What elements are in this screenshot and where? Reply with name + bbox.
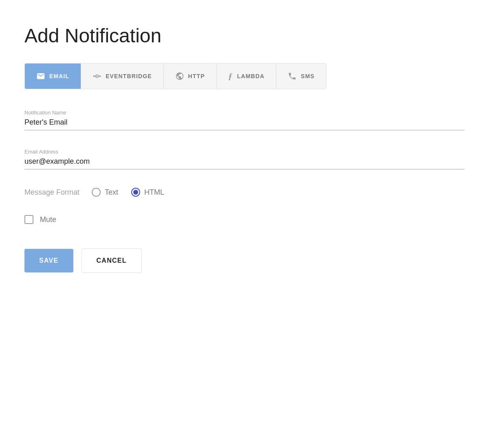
mute-row: Mute: [24, 215, 465, 224]
radio-html-circle: [131, 188, 140, 197]
notification-name-value[interactable]: Peter's Email: [24, 118, 465, 130]
tab-lambda-label: LAMBDA: [237, 73, 264, 79]
notification-name-label: Notification Name: [24, 110, 465, 116]
page-container: Add Notification EMAIL: [0, 0, 489, 448]
sms-icon: [288, 72, 297, 81]
message-format-row: Message Format Text HTML: [24, 188, 465, 197]
email-address-value[interactable]: user@example.com: [24, 157, 465, 169]
lambda-icon: ƒ: [228, 71, 233, 81]
radio-html-label: HTML: [144, 188, 164, 197]
radio-text-circle: [92, 188, 101, 197]
tab-lambda[interactable]: ƒ LAMBDA: [217, 64, 277, 89]
http-icon: [175, 72, 184, 81]
email-address-label: Email Address: [24, 149, 465, 155]
page-title: Add Notification: [24, 24, 465, 47]
notification-name-section: Notification Name Peter's Email: [24, 110, 465, 130]
buttons-row: SAVE CANCEL: [24, 248, 465, 273]
eventbridge-icon: [93, 72, 101, 81]
svg-rect-4: [96, 75, 98, 77]
radio-text-label: Text: [105, 188, 118, 197]
message-format-label: Message Format: [24, 188, 79, 197]
tab-http[interactable]: HTTP: [164, 64, 217, 89]
tab-http-label: HTTP: [188, 73, 205, 79]
svg-rect-1: [99, 75, 101, 77]
radio-group: Text HTML: [92, 188, 164, 197]
tab-eventbridge-label: EVENTBRIDGE: [106, 73, 152, 79]
email-icon: [36, 72, 45, 81]
cancel-button[interactable]: CANCEL: [82, 248, 142, 273]
svg-rect-0: [93, 75, 95, 77]
radio-text-option[interactable]: Text: [92, 188, 118, 197]
tab-eventbridge[interactable]: EVENTBRIDGE: [81, 64, 163, 89]
email-address-section: Email Address user@example.com: [24, 149, 465, 169]
radio-html-option[interactable]: HTML: [131, 188, 164, 197]
tab-email[interactable]: EMAIL: [25, 64, 81, 89]
tab-sms[interactable]: SMS: [276, 64, 326, 89]
tab-email-label: EMAIL: [49, 73, 69, 79]
mute-label: Mute: [40, 215, 56, 224]
tabs-container: EMAIL EVENTBRIDGE: [24, 63, 326, 89]
save-button[interactable]: SAVE: [24, 249, 73, 272]
tab-sms-label: SMS: [301, 73, 315, 79]
mute-checkbox[interactable]: [24, 215, 33, 224]
